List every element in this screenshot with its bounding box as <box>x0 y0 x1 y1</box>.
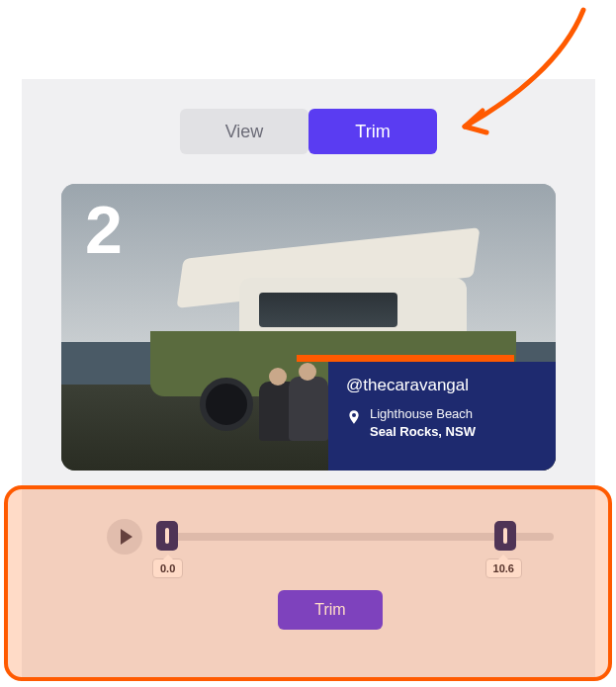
trim-button[interactable]: Trim <box>278 590 383 630</box>
editor-panel: View Trim 2 @thecaravangal <box>22 79 595 677</box>
end-time-label: 10.6 <box>485 558 522 578</box>
location-main: Seal Rocks, NSW <box>370 423 476 441</box>
location-text: Lighthouse Beach Seal Rocks, NSW <box>370 405 476 440</box>
start-time-label: 0.0 <box>152 558 183 578</box>
creator-handle: @thecaravangal <box>346 376 538 395</box>
trim-handle-start[interactable] <box>156 521 178 551</box>
van-wheel <box>200 378 253 431</box>
play-button[interactable] <box>107 519 142 555</box>
location-row: Lighthouse Beach Seal Rocks, NSW <box>346 405 538 440</box>
tab-trim[interactable]: Trim <box>308 109 437 154</box>
play-icon <box>121 529 132 545</box>
video-preview: 2 @thecaravangal Lighthouse Beach Seal R… <box>61 184 556 471</box>
trim-track[interactable]: 0.0 10.6 <box>156 519 554 555</box>
person <box>289 377 328 441</box>
tab-view[interactable]: View <box>180 109 308 154</box>
trim-handle-end[interactable] <box>494 521 516 551</box>
tab-trim-label: Trim <box>355 122 390 142</box>
tab-view-label: View <box>225 122 264 142</box>
trim-button-label: Trim <box>314 601 345 618</box>
clip-info-overlay: @thecaravangal Lighthouse Beach Seal Roc… <box>328 362 556 471</box>
location-sub: Lighthouse Beach <box>370 405 476 423</box>
timeline-row: 0.0 10.6 <box>83 519 577 555</box>
van-window <box>259 293 397 327</box>
trim-controls-panel: 0.0 10.6 Trim <box>83 497 577 655</box>
mode-tabs: View Trim <box>22 109 595 154</box>
location-pin-icon <box>346 407 362 427</box>
accent-bar <box>297 355 514 362</box>
clip-number: 2 <box>85 196 123 263</box>
